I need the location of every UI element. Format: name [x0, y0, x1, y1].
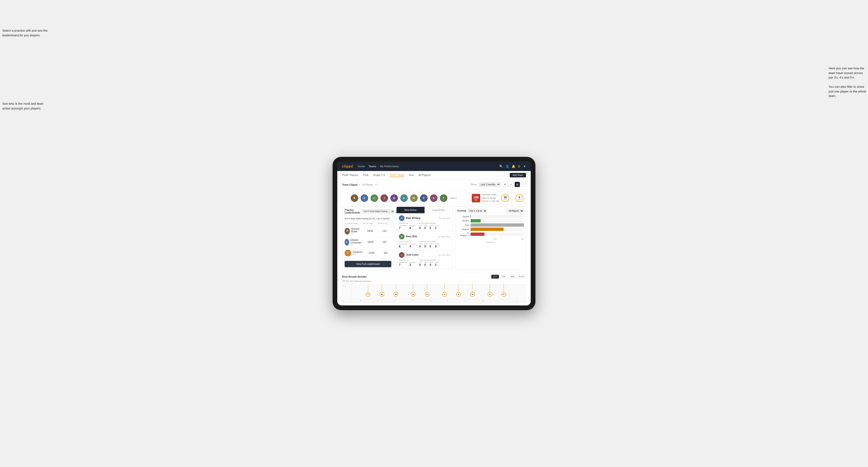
- streak-point: 4x: [470, 284, 475, 297]
- streak-dot: 6x: [394, 292, 398, 297]
- tablet-screen: clippd Home Teams My Performance 🔍 👤 🔔 ⚙…: [337, 161, 531, 305]
- streaks-btn-ott[interactable]: OTT: [491, 275, 499, 279]
- streaks-chart: 8 4 7x6x6x5x5x4x4x4x3x3x ABCDEFGHIJ: [342, 284, 526, 303]
- apc-practice-josh: 2: [409, 263, 415, 267]
- nav-home[interactable]: Home: [358, 165, 365, 168]
- score-bar-bogeys: Bogeys 311: [460, 228, 524, 231]
- player-avatar-2[interactable]: E: [361, 194, 368, 202]
- player-avatar-10[interactable]: T: [440, 194, 447, 202]
- view-icons: ⊞ ≡ ▤ ↕: [502, 182, 526, 187]
- user-icon[interactable]: 👤: [505, 165, 509, 168]
- player-avatar-6[interactable]: K: [400, 194, 408, 202]
- subnav-pga[interactable]: PGA: [363, 174, 368, 177]
- apc-rounds-section: Total Rounds Tournament 7 Practice 6: [399, 222, 415, 230]
- subnav-team-clippd[interactable]: Team Clippd: [390, 173, 404, 177]
- streaks-btn-app[interactable]: APP: [500, 275, 507, 279]
- subnav-all-players[interactable]: All Players: [418, 174, 431, 177]
- score-axis: 0 200 400: [457, 238, 524, 240]
- lb-player-2: E Edward Crossman ★ 2: [345, 239, 364, 246]
- scoring-bars: Eagles 3 Birdies 96: [457, 215, 524, 237]
- score-fill-dbogeys: [470, 232, 485, 236]
- apc-activities-josh: Total Practice Activities OTT0 APP0 ARG0…: [419, 259, 439, 267]
- view-full-leaderboard-button[interactable]: View Full Leaderboard: [345, 261, 391, 267]
- view-list-icon[interactable]: ≡: [508, 182, 514, 187]
- active-tabs: Most Active Least Active: [397, 207, 453, 214]
- score-fill-birdies: [470, 219, 481, 222]
- team-title: Team Clippd | 14 Players ✏: [342, 182, 377, 187]
- streak-point: 6x: [394, 284, 398, 297]
- par-filter-select[interactable]: Par 3, 4 & 5s: [467, 209, 487, 213]
- navbar: clippd Home Teams My Performance 🔍 👤 🔔 ⚙…: [337, 161, 531, 171]
- view-grid-icon[interactable]: ⊞: [502, 182, 507, 187]
- shot-badge: 198 SC: [472, 194, 480, 203]
- search-icon[interactable]: 🔍: [499, 165, 503, 168]
- nav-my-performance[interactable]: My Performance: [380, 165, 399, 168]
- active-player-card-2: R Rees Britt 02 Sep 2023 Total Rounds To…: [397, 232, 453, 250]
- lb-score-3: 17/20: [364, 252, 378, 254]
- player-avatar-4[interactable]: J: [380, 194, 388, 202]
- streak-point: 4x: [456, 284, 461, 297]
- table-row: R Richard Butler ★ 1 19/20 110: [342, 226, 394, 237]
- lb-avg-1: 110: [377, 230, 391, 232]
- score-footer: Total Shots: [457, 241, 524, 243]
- apc-app-rees: 0: [424, 245, 428, 248]
- streaks-btn-putt[interactable]: PUTT: [517, 275, 526, 279]
- nav-teams[interactable]: Teams: [369, 165, 376, 168]
- apc-practice-rees: 4: [409, 245, 415, 248]
- scoring-player-select[interactable]: All Players: [507, 209, 524, 213]
- annotation-bottom-left: See who is the most and least active amo…: [2, 101, 50, 111]
- shot-circles: 16 yds → 0 yds: [501, 194, 523, 202]
- apc-stats-rees: Total Rounds Tournament 8 Practice 4: [399, 241, 450, 248]
- edit-team-icon[interactable]: ✏: [375, 183, 377, 186]
- profile-icon[interactable]: ▼: [523, 165, 526, 168]
- player-avatar-8[interactable]: P: [420, 194, 428, 202]
- player-avatar-5[interactable]: B: [390, 194, 398, 202]
- streak-dot: 3x: [488, 292, 492, 297]
- score-bar-eagles: Eagles 3: [460, 215, 524, 218]
- tablet-shell: clippd Home Teams My Performance 🔍 👤 🔔 ⚙…: [333, 157, 535, 310]
- apc-avatar-josh: J: [399, 252, 404, 258]
- streak-dot: 5x: [411, 292, 415, 297]
- shot-info-card: 198 SC Shot Dist: 16 yds Start Lie: Roug…: [469, 191, 526, 205]
- streaks-btn-arg[interactable]: ARG: [508, 275, 516, 279]
- tab-least-active[interactable]: Least Active: [425, 207, 453, 213]
- settings-icon[interactable]: ⚙: [518, 165, 521, 168]
- subnav-pgat[interactable]: PGAT Players: [342, 174, 358, 177]
- subnav-hcaps[interactable]: Hcaps 1-5: [373, 174, 385, 177]
- view-sort-icon[interactable]: ↕: [521, 182, 526, 187]
- lb-badge-3: ★ 3: [352, 253, 364, 255]
- player-avatar-9[interactable]: S: [430, 194, 437, 202]
- team-controls: Show Last 3 months ⊞ ≡ ▤ ↕: [471, 182, 526, 187]
- streak-dot: 6x: [379, 292, 384, 297]
- lb-avatar-3: C: [345, 250, 351, 256]
- streaks-y-axis: 8 4: [342, 284, 352, 303]
- show-period-select[interactable]: Last 3 months: [478, 182, 500, 187]
- streak-dot: 5x: [425, 292, 430, 297]
- lb-badge-1: ★ 1: [351, 233, 363, 235]
- team-count: 14 Players: [362, 184, 373, 186]
- view-card-icon[interactable]: ▤: [515, 182, 520, 187]
- score-label-birdies: Birdies: [460, 220, 469, 222]
- players-and-shot-row: R E C J B K M P S T Players 198 SC Shot …: [337, 190, 531, 207]
- tab-most-active[interactable]: Most Active: [397, 207, 425, 213]
- shot-circle-1: 16 yds: [501, 194, 509, 202]
- player-avatar-7[interactable]: M: [410, 194, 418, 202]
- score-fill-bogeys: [470, 228, 503, 231]
- player-avatar-1[interactable]: R: [351, 194, 358, 202]
- bell-icon[interactable]: 🔔: [512, 165, 516, 168]
- lb-avg-2: 107: [378, 241, 392, 243]
- practice-lb-subtitle: PUTT Must Make Putting (3-6 ft), Last 3 …: [342, 216, 394, 221]
- streak-line: [444, 284, 445, 291]
- player-avatar-3[interactable]: C: [371, 194, 378, 202]
- score-track-eagles: 3: [470, 215, 524, 218]
- add-team-button[interactable]: Add Team: [510, 173, 526, 177]
- subnav-tour[interactable]: Tour: [409, 174, 414, 177]
- score-track-dbogeys: 131: [470, 232, 524, 236]
- score-label-pars: Pars: [460, 224, 469, 226]
- practice-drill-select[interactable]: PUTT Must Make Putting ...: [362, 209, 394, 214]
- streaks-x-axis: ABCDEFGHIJ: [352, 299, 526, 303]
- lb-player-1: R Richard Butler ★ 1: [345, 228, 363, 235]
- lb-score-2: 18/20: [364, 241, 378, 243]
- scoring-panel: Scoring Par 3, 4 & 5s All Players Eagles: [455, 207, 526, 270]
- annotation-top-left: Select a practice drill and see the lead…: [2, 28, 50, 37]
